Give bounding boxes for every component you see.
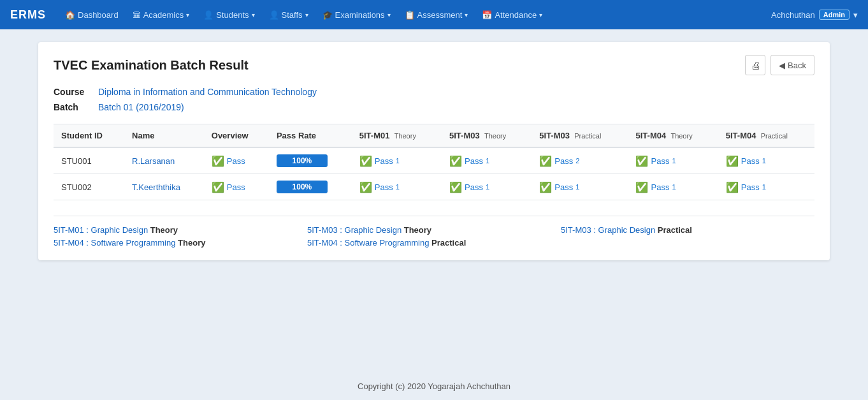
nav-item-assessment[interactable]: 📋 Assessment ▾ bbox=[398, 6, 475, 24]
cell-module-4: ✅ Pass 1 bbox=[718, 174, 814, 200]
attempt-number: 1 bbox=[486, 157, 489, 165]
header-actions: 🖨 ◀ Back bbox=[745, 55, 814, 75]
student-name[interactable]: T.Keerththika bbox=[132, 182, 180, 192]
overview-pass: ✅ Pass bbox=[212, 155, 261, 167]
legend-item-5: 5IT-M03 : Graphic Design Practical bbox=[561, 225, 814, 235]
nav-user-section: Achchuthan Admin ▾ bbox=[771, 10, 858, 20]
attempt-number: 1 bbox=[396, 183, 400, 191]
module-pass-cell: ✅ Pass 1 bbox=[635, 155, 710, 167]
attempt-number: 1 bbox=[486, 183, 489, 191]
student-name[interactable]: R.Larsanan bbox=[132, 156, 175, 166]
module-pass-cell: ✅ Pass 1 bbox=[539, 181, 620, 193]
module-result: Pass bbox=[554, 182, 573, 192]
col-name: Name bbox=[124, 124, 204, 148]
cell-module-1: ✅ Pass 1 bbox=[442, 147, 532, 174]
legend-col-1: 5IT-M01 : Graphic Design Theory 5IT-M04 … bbox=[54, 225, 307, 248]
staffs-icon: 👤 bbox=[269, 10, 279, 20]
module-pass-cell: ✅ Pass 1 bbox=[635, 181, 710, 193]
back-button[interactable]: ◀ Back bbox=[770, 55, 814, 75]
check-circle-icon: ✅ bbox=[449, 181, 462, 193]
page-title: TVEC Examination Batch Result bbox=[54, 58, 249, 73]
module-pass-cell: ✅ Pass 1 bbox=[449, 181, 524, 193]
module-result: Pass bbox=[741, 156, 760, 166]
cell-module-0: ✅ Pass 1 bbox=[352, 174, 442, 200]
brand-logo: ERMS bbox=[10, 8, 46, 22]
cell-name: T.Keerththika bbox=[124, 174, 204, 200]
check-circle-icon: ✅ bbox=[726, 155, 739, 167]
progress-bar: 100% bbox=[277, 154, 328, 167]
module-result: Pass bbox=[375, 182, 393, 192]
module-result: Pass bbox=[651, 182, 669, 192]
batch-row: Batch Batch 01 (2016/2019) bbox=[54, 102, 814, 112]
attempt-number: 1 bbox=[762, 183, 766, 191]
overview-label: Pass bbox=[227, 182, 245, 192]
chevron-down-icon: ▾ bbox=[465, 11, 468, 19]
cell-module-3: ✅ Pass 1 bbox=[628, 174, 718, 200]
chevron-down-icon: ▾ bbox=[186, 11, 189, 19]
cell-overview: ✅ Pass bbox=[204, 174, 269, 200]
legend-section: 5IT-M01 : Graphic Design Theory 5IT-M04 … bbox=[54, 216, 814, 248]
nav-item-attendance[interactable]: 📅 Attendance ▾ bbox=[475, 6, 549, 24]
attempt-number: 2 bbox=[575, 157, 579, 165]
chevron-down-icon: ▾ bbox=[252, 11, 255, 19]
legend-col-3: 5IT-M03 : Graphic Design Practical bbox=[561, 225, 814, 248]
chevron-down-icon: ▾ bbox=[305, 11, 308, 19]
col-5it-m04-theory: 5IT-M04 Theory bbox=[628, 124, 718, 148]
check-circle-icon: ✅ bbox=[359, 155, 372, 167]
overview-label: Pass bbox=[227, 156, 245, 166]
check-circle-icon: ✅ bbox=[539, 181, 552, 193]
nav-menu: 🏠 Dashboard 🏛 Academics ▾ 👤 Students ▾ 👤… bbox=[59, 6, 771, 24]
academics-icon: 🏛 bbox=[133, 10, 141, 20]
examinations-icon: 🎓 bbox=[322, 10, 333, 20]
col-5it-m03-theory: 5IT-M03 Theory bbox=[442, 124, 532, 148]
progress-bar: 100% bbox=[277, 181, 328, 193]
nav-item-examinations[interactable]: 🎓 Examinations ▾ bbox=[316, 6, 397, 24]
nav-item-staffs[interactable]: 👤 Staffs ▾ bbox=[263, 6, 315, 24]
module-pass-cell: ✅ Pass 1 bbox=[449, 155, 524, 167]
module-result: Pass bbox=[465, 156, 483, 166]
check-circle-icon: ✅ bbox=[539, 155, 552, 167]
col-student-id: Student ID bbox=[54, 124, 124, 148]
nav-item-students[interactable]: 👤 Students ▾ bbox=[197, 6, 261, 24]
check-circle-icon: ✅ bbox=[635, 181, 648, 193]
legend-item-4: 5IT-M04 : Software Programming Practical bbox=[307, 238, 561, 248]
print-button[interactable]: 🖨 bbox=[745, 55, 765, 75]
progress-label: 100% bbox=[293, 156, 312, 165]
copyright-text: Copyright (c) 2020 Yogarajah Achchuthan bbox=[358, 381, 510, 391]
check-circle-icon: ✅ bbox=[212, 155, 224, 167]
table-header-row: Student ID Name Overview Pass Rate 5IT-M… bbox=[54, 124, 814, 148]
main-content: TVEC Examination Batch Result 🖨 ◀ Back C… bbox=[0, 29, 868, 373]
footer: Copyright (c) 2020 Yogarajah Achchuthan bbox=[0, 373, 868, 400]
module-result: Pass bbox=[554, 156, 573, 166]
module-pass-cell: ✅ Pass 2 bbox=[539, 155, 620, 167]
table-row: STU001R.Larsanan ✅ Pass 100% ✅ Pass 1 ✅ … bbox=[54, 147, 814, 174]
check-circle-icon: ✅ bbox=[449, 155, 462, 167]
module-pass-cell: ✅ Pass 1 bbox=[726, 181, 807, 193]
cell-module-4: ✅ Pass 1 bbox=[718, 147, 814, 174]
module-result: Pass bbox=[465, 182, 483, 192]
legend-item-1: 5IT-M01 : Graphic Design Theory bbox=[54, 225, 307, 235]
attempt-number: 1 bbox=[762, 157, 766, 165]
batch-value: Batch 01 (2016/2019) bbox=[98, 102, 184, 112]
cell-pass-rate: 100% bbox=[269, 174, 352, 200]
nav-user-caret[interactable]: ▾ bbox=[853, 10, 858, 20]
col-5it-m03-practical: 5IT-M03 Practical bbox=[532, 124, 628, 148]
cell-student-id: STU002 bbox=[54, 174, 124, 200]
legend-item-3: 5IT-M03 : Graphic Design Theory bbox=[307, 225, 561, 235]
results-table-wrap: Student ID Name Overview Pass Rate 5IT-M… bbox=[54, 124, 814, 200]
nav-item-academics[interactable]: 🏛 Academics ▾ bbox=[126, 6, 196, 24]
assessment-icon: 📋 bbox=[405, 10, 415, 20]
module-result: Pass bbox=[375, 156, 393, 166]
check-circle-icon: ✅ bbox=[212, 181, 224, 193]
chevron-down-icon: ▾ bbox=[539, 11, 542, 19]
cell-module-2: ✅ Pass 2 bbox=[532, 147, 628, 174]
nav-item-dashboard[interactable]: 🏠 Dashboard bbox=[59, 6, 125, 24]
results-table: Student ID Name Overview Pass Rate 5IT-M… bbox=[54, 124, 814, 200]
col-pass-rate: Pass Rate bbox=[269, 124, 352, 148]
module-pass-cell: ✅ Pass 1 bbox=[359, 155, 434, 167]
batch-label: Batch bbox=[54, 102, 98, 112]
cell-overview: ✅ Pass bbox=[204, 147, 269, 174]
module-pass-cell: ✅ Pass 1 bbox=[359, 181, 434, 193]
nav-role-badge: Admin bbox=[819, 10, 850, 20]
course-row: Course Diploma in Information and Commun… bbox=[54, 87, 814, 97]
